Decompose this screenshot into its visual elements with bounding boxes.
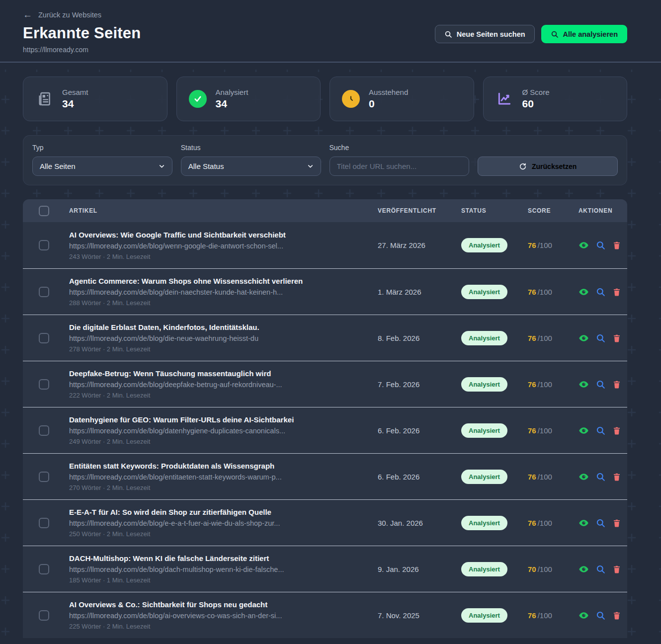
article-url: https://llmoready.com/de/blog/entitaeten… — [69, 473, 368, 481]
analyze-button[interactable] — [596, 611, 605, 620]
stat-value: 0 — [369, 98, 408, 110]
article-url: https://llmoready.com/de/blog/ai-overvie… — [69, 612, 368, 620]
reset-filters-button[interactable]: Zurücksetzen — [478, 157, 618, 176]
score-value: 70 — [528, 565, 536, 573]
published-date: 1. März 2026 — [378, 288, 461, 296]
score-max: /100 — [538, 241, 552, 249]
article-meta: 270 Wörter · 2 Min. Lesezeit — [69, 484, 368, 491]
view-button[interactable] — [578, 472, 589, 482]
stat-value: 60 — [522, 98, 550, 110]
stats-row: Gesamt 34 Analysiert 34 Ausstehend — [23, 77, 627, 121]
article-meta: 250 Wörter · 2 Min. Lesezeit — [69, 530, 368, 538]
status-badge: Analysiert — [461, 285, 507, 299]
status-badge: Analysiert — [461, 331, 507, 345]
eye-icon — [578, 287, 589, 297]
analyze-button[interactable] — [596, 564, 605, 574]
article-title: Agentic Commerce: Warum Shops ohne Wisse… — [69, 277, 368, 285]
published-date: 27. März 2026 — [378, 241, 461, 249]
status-badge: Analysiert — [461, 377, 507, 392]
delete-button[interactable] — [612, 380, 621, 389]
row-checkbox[interactable] — [39, 379, 49, 390]
analyze-button[interactable] — [596, 333, 605, 343]
trash-icon — [612, 333, 621, 343]
type-select[interactable]: Alle Seiten — [32, 157, 172, 176]
view-button[interactable] — [578, 610, 589, 621]
delete-button[interactable] — [612, 564, 621, 574]
delete-button[interactable] — [612, 287, 621, 297]
analyze-button[interactable] — [596, 426, 605, 435]
select-all-checkbox[interactable] — [39, 206, 49, 216]
score-max: /100 — [538, 473, 552, 481]
stat-value: 34 — [62, 98, 88, 110]
view-button[interactable] — [578, 240, 589, 250]
analyze-button[interactable] — [596, 287, 605, 297]
eye-icon — [578, 379, 589, 390]
view-button[interactable] — [578, 379, 589, 390]
table-header-row: ARTIKEL VERÖFFENTLICHT STATUS SCORE AKTI… — [23, 199, 627, 222]
row-checkbox[interactable] — [39, 425, 49, 436]
score-value: 76 — [528, 611, 536, 620]
search-new-pages-button[interactable]: Neue Seiten suchen — [435, 25, 535, 43]
score-value: 76 — [528, 241, 536, 249]
magnifier-icon — [596, 333, 605, 343]
back-to-websites-link[interactable]: ← Zurück zu Websites — [23, 10, 101, 19]
search-icon — [551, 30, 559, 38]
score-value: 76 — [528, 288, 536, 296]
pages-table: ARTIKEL VERÖFFENTLICHT STATUS SCORE AKTI… — [23, 199, 627, 638]
row-checkbox[interactable] — [39, 240, 49, 250]
row-checkbox[interactable] — [39, 610, 49, 621]
article-title: Die digitale Erblast Daten, Kinderfotos,… — [69, 323, 368, 331]
score-max: /100 — [538, 519, 552, 527]
status-select[interactable]: Alle Status — [181, 157, 321, 176]
view-button[interactable] — [578, 564, 589, 574]
trash-icon — [612, 380, 621, 389]
stat-label: Ausstehend — [369, 88, 408, 96]
status-select-value: Alle Status — [188, 162, 224, 170]
analyze-button[interactable] — [596, 380, 605, 389]
view-button[interactable] — [578, 287, 589, 297]
refresh-icon — [519, 162, 527, 170]
trash-icon — [612, 472, 621, 482]
score-max: /100 — [538, 288, 552, 296]
view-button[interactable] — [578, 518, 589, 528]
article-meta: 222 Wörter · 2 Min. Lesezeit — [69, 392, 368, 399]
status-badge: Analysiert — [461, 516, 507, 530]
table-row: Die digitale Erblast Daten, Kinderfotos,… — [23, 315, 627, 361]
view-button[interactable] — [578, 425, 589, 436]
score-value: 76 — [528, 380, 536, 389]
arrow-left-icon: ← — [23, 10, 32, 19]
trash-icon — [612, 611, 621, 620]
article-url: https://llmoready.com/de/blog/dein-naech… — [69, 288, 368, 296]
stat-card-avg-score: Ø Score 60 — [483, 77, 628, 121]
article-meta: 225 Wörter · 2 Min. Lesezeit — [69, 623, 368, 630]
article-url: https://llmoready.com/de/blog/wenn-googl… — [69, 242, 368, 250]
search-input[interactable] — [337, 157, 462, 175]
delete-button[interactable] — [612, 241, 621, 250]
row-checkbox[interactable] — [39, 518, 49, 528]
view-button[interactable] — [578, 333, 589, 343]
stat-label: Gesamt — [62, 88, 88, 96]
stat-card-pending: Ausstehend 0 — [330, 77, 474, 121]
row-checkbox[interactable] — [39, 472, 49, 482]
row-checkbox[interactable] — [39, 564, 49, 574]
row-checkbox[interactable] — [39, 333, 49, 343]
analyze-button[interactable] — [596, 472, 605, 482]
analyze-button[interactable] — [596, 518, 605, 528]
delete-button[interactable] — [612, 426, 621, 435]
stat-label: Ø Score — [522, 88, 550, 96]
check-circle-icon — [189, 90, 207, 108]
table-body: AI Overviews: Wie Google Traffic und Sic… — [23, 222, 627, 638]
delete-button[interactable] — [612, 472, 621, 482]
delete-button[interactable] — [612, 333, 621, 343]
analyze-all-button[interactable]: Alle analysieren — [541, 25, 627, 43]
delete-button[interactable] — [612, 518, 621, 528]
clock-icon — [342, 90, 360, 108]
article-meta: 243 Wörter · 2 Min. Lesezeit — [69, 253, 368, 260]
row-checkbox[interactable] — [39, 287, 49, 297]
magnifier-icon — [596, 241, 605, 250]
trash-icon — [612, 426, 621, 435]
delete-button[interactable] — [612, 611, 621, 620]
type-select-value: Alle Seiten — [40, 162, 76, 170]
analyze-button[interactable] — [596, 241, 605, 250]
status-badge: Analysiert — [461, 423, 507, 438]
